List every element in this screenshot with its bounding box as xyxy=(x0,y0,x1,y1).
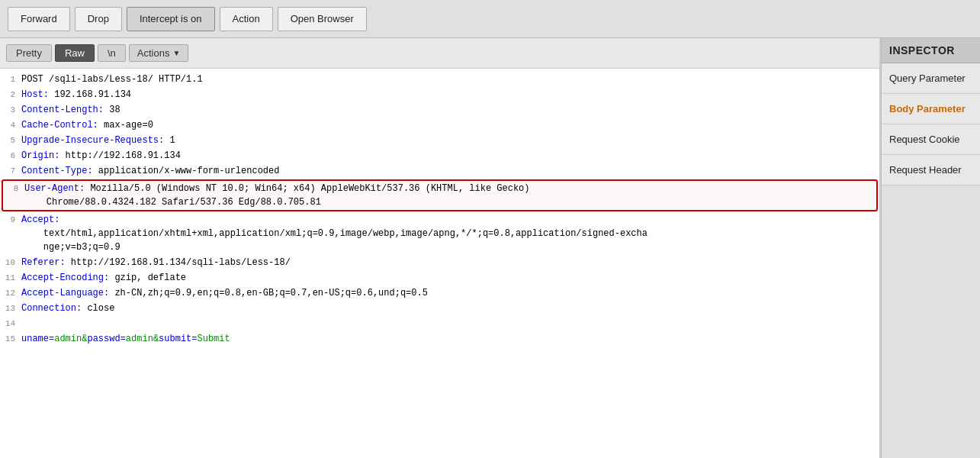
table-row: 14 xyxy=(0,316,879,331)
line-number: 1 xyxy=(0,73,21,86)
line-number: 6 xyxy=(0,149,21,163)
inspector-title: INSPECTOR xyxy=(882,38,980,63)
line-number: 11 xyxy=(0,271,21,285)
editor-panel: Pretty Raw \n Actions ▼ 1POST /sqli-labs… xyxy=(0,38,881,458)
line-content: Connection: close xyxy=(21,302,879,315)
line-number: 5 xyxy=(0,134,21,147)
line-content: Content-Type: application/x-www-form-url… xyxy=(21,164,879,178)
line-content: Upgrade-Insecure-Requests: 1 xyxy=(21,134,879,147)
actions-label: Actions xyxy=(137,47,170,59)
line-number: 10 xyxy=(0,256,21,269)
line-number: 15 xyxy=(0,332,21,346)
tab-ln[interactable]: \n xyxy=(98,44,126,62)
line-content: Accept: text/html,application/xhtml+xml,… xyxy=(21,213,879,254)
line-number: 8 xyxy=(3,182,24,195)
line-content: Content-Length: 38 xyxy=(21,103,879,117)
table-row: 3Content-Length: 38 xyxy=(0,102,879,118)
line-content: Accept-Encoding: gzip, deflate xyxy=(21,271,879,285)
toolbar: Forward Drop Intercept is on Action Open… xyxy=(0,0,980,38)
line-number: 2 xyxy=(0,88,21,102)
table-row: 4Cache-Control: max-age=0 xyxy=(0,118,879,133)
line-number: 12 xyxy=(0,286,21,300)
inspector-request-headers[interactable]: Request Header xyxy=(882,155,980,185)
line-content: User-Agent: Mozilla/5.0 (Windows NT 10.0… xyxy=(24,182,876,209)
line-content: POST /sqli-labs/Less-18/ HTTP/1.1 xyxy=(21,73,879,86)
inspector-query-params[interactable]: Query Parameter xyxy=(882,63,980,94)
line-number: 13 xyxy=(0,302,21,315)
drop-button[interactable]: Drop xyxy=(75,7,122,31)
tab-raw[interactable]: Raw xyxy=(55,44,95,62)
inspector-panel: INSPECTOR Query Parameter Body Parameter… xyxy=(881,38,980,458)
line-content: Host: 192.168.91.134 xyxy=(21,88,879,102)
line-content: Referer: http://192.168.91.134/sqli-labs… xyxy=(21,256,879,269)
intercept-button[interactable]: Intercept is on xyxy=(127,7,215,31)
line-content: Accept-Language: zh-CN,zh;q=0.9,en;q=0.8… xyxy=(21,286,879,300)
table-row: 10Referer: http://192.168.91.134/sqli-la… xyxy=(0,255,879,270)
table-row: 15uname=admin&passwd=admin&submit=Submit xyxy=(0,331,879,347)
table-row: 12Accept-Language: zh-CN,zh;q=0.9,en;q=0… xyxy=(0,285,879,301)
line-number: 14 xyxy=(0,317,21,331)
line-number: 4 xyxy=(0,118,21,132)
code-area[interactable]: 1POST /sqli-labs/Less-18/ HTTP/1.12Host:… xyxy=(0,69,879,458)
forward-button[interactable]: Forward xyxy=(8,7,70,31)
line-content: Cache-Control: max-age=0 xyxy=(21,118,879,132)
chevron-down-icon: ▼ xyxy=(172,49,180,57)
line-number: 3 xyxy=(0,103,21,117)
tab-bar: Pretty Raw \n Actions ▼ xyxy=(0,38,879,69)
line-content xyxy=(21,317,879,331)
table-row: 2Host: 192.168.91.134 xyxy=(0,87,879,102)
action-button[interactable]: Action xyxy=(220,7,273,31)
table-row: 11Accept-Encoding: gzip, deflate xyxy=(0,270,879,285)
table-row: 9Accept: text/html,application/xhtml+xml… xyxy=(0,212,879,255)
line-number: 7 xyxy=(0,164,21,178)
table-row: 6Origin: http://192.168.91.134 xyxy=(0,148,879,163)
line-content: Origin: http://192.168.91.134 xyxy=(21,149,879,163)
highlighted-user-agent-block: 8User-Agent: Mozilla/5.0 (Windows NT 10.… xyxy=(2,179,878,211)
inspector-request-cookies[interactable]: Request Cookie xyxy=(882,124,980,155)
table-row: 7Content-Type: application/x-www-form-ur… xyxy=(0,163,879,179)
table-row: 5Upgrade-Insecure-Requests: 1 xyxy=(0,133,879,148)
line-number: 9 xyxy=(0,213,21,227)
table-row: 13Connection: close xyxy=(0,301,879,316)
tab-pretty[interactable]: Pretty xyxy=(6,44,52,62)
inspector-body-params[interactable]: Body Parameter xyxy=(882,94,980,124)
actions-dropdown-button[interactable]: Actions ▼ xyxy=(129,44,189,62)
open-browser-button[interactable]: Open Browser xyxy=(278,7,367,31)
line-content: uname=admin&passwd=admin&submit=Submit xyxy=(21,332,879,346)
table-row: 1POST /sqli-labs/Less-18/ HTTP/1.1 xyxy=(0,72,879,87)
main-area: Pretty Raw \n Actions ▼ 1POST /sqli-labs… xyxy=(0,38,980,458)
